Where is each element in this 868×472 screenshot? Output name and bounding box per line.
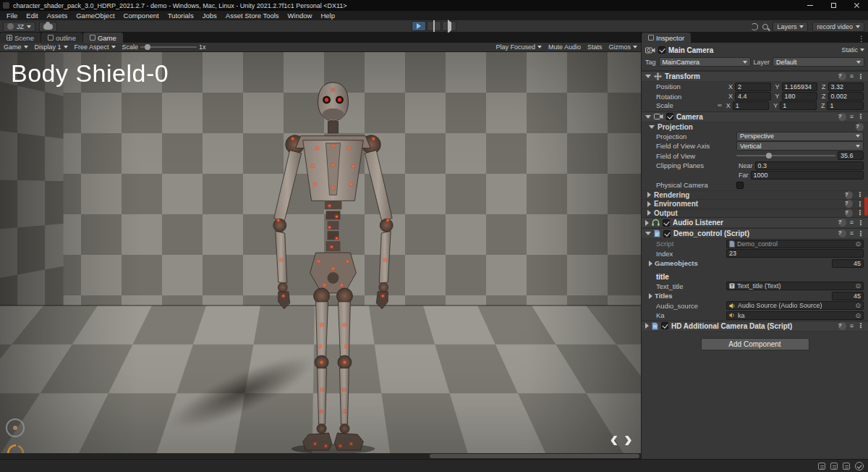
rendering-foldout[interactable]: Rendering <box>642 190 868 200</box>
record-video-dropdown[interactable]: record video <box>812 22 864 32</box>
gameobject-name[interactable]: Main Camera <box>668 46 713 54</box>
fov-slider[interactable] <box>736 155 835 156</box>
component-menu-icon[interactable] <box>857 73 864 80</box>
demo-control-header[interactable]: Demo_control (Script) <box>642 228 868 239</box>
search-icon[interactable] <box>762 24 768 30</box>
tab-scene[interactable]: Scene <box>0 33 41 43</box>
gameobjects-row[interactable]: Gameobjects 45 <box>642 258 868 269</box>
link-scale-icon[interactable] <box>718 102 722 109</box>
help-icon[interactable] <box>838 229 846 237</box>
help-icon[interactable] <box>845 209 853 217</box>
position-x-field[interactable]: 2 <box>735 83 770 91</box>
help-icon[interactable] <box>838 219 846 227</box>
check-circle-icon[interactable] <box>855 462 864 471</box>
packages-icon[interactable] <box>830 463 838 470</box>
preset-icon[interactable] <box>850 230 854 237</box>
previous-character-button[interactable]: ‹ <box>610 429 618 447</box>
titles-size-field[interactable]: 45 <box>832 292 864 300</box>
object-picker-icon[interactable] <box>855 302 861 309</box>
component-menu-icon[interactable] <box>857 113 864 120</box>
ka-object-field[interactable]: ka <box>726 311 864 320</box>
transform-header[interactable]: Transform <box>642 71 868 82</box>
menu-tutorials[interactable]: Tutorials <box>163 11 198 20</box>
game-view-hscrollbar[interactable] <box>0 453 641 459</box>
gameobjects-size-field[interactable]: 45 <box>832 259 864 268</box>
help-icon[interactable] <box>838 113 846 121</box>
tab-outline[interactable]: outline <box>41 33 82 43</box>
layers-dropdown[interactable]: Layers <box>773 22 808 32</box>
cloud-services-button[interactable] <box>39 22 57 32</box>
audio-listener-header[interactable]: Audio Listener <box>642 217 868 228</box>
help-icon[interactable] <box>838 322 846 330</box>
section-menu-icon[interactable] <box>856 201 864 208</box>
game-view[interactable]: Body Shield-0 ‹ › <box>0 52 641 453</box>
position-y-field[interactable]: 1.165934 <box>782 83 817 91</box>
gameobject-enabled-checkbox[interactable] <box>658 46 665 54</box>
menu-window[interactable]: Window <box>284 11 317 20</box>
aspect-dropdown[interactable]: Free Aspect <box>75 43 116 52</box>
position-z-field[interactable]: 3.32 <box>828 83 864 91</box>
rotation-x-field[interactable]: 4.4 <box>735 92 770 101</box>
fov-value-field[interactable]: 35.6 <box>838 151 864 160</box>
static-dropdown[interactable]: Static <box>841 46 864 54</box>
gizmos-dropdown[interactable]: Gizmos <box>608 43 637 52</box>
scale-slider-thumb[interactable] <box>145 44 150 50</box>
fov-slider-thumb[interactable] <box>766 153 772 159</box>
component-menu-icon[interactable] <box>857 230 864 237</box>
scale-slider[interactable] <box>140 46 197 48</box>
menu-gameobject[interactable]: GameObject <box>72 11 119 20</box>
menu-assets[interactable]: Assets <box>43 11 72 20</box>
pause-button[interactable] <box>427 21 441 31</box>
far-field[interactable]: 1000 <box>751 171 864 180</box>
rotate-gizmo-icon[interactable] <box>6 442 26 453</box>
scale-z-field[interactable]: 1 <box>827 101 864 110</box>
projection-dropdown[interactable]: Perspective <box>736 132 864 141</box>
mute-audio-toggle[interactable]: Mute Audio <box>548 43 581 52</box>
foldout-open-icon[interactable] <box>645 75 651 78</box>
audio-listener-enabled-checkbox[interactable] <box>663 219 670 227</box>
play-focused-dropdown[interactable]: Play Focused <box>495 43 542 52</box>
help-icon[interactable] <box>845 200 853 208</box>
menu-file[interactable]: File <box>2 11 22 20</box>
environment-foldout[interactable]: Environment <box>642 199 868 208</box>
titles-row[interactable]: Titles 45 <box>642 291 868 301</box>
layer-dropdown[interactable]: Default <box>773 57 864 67</box>
preset-icon[interactable] <box>850 73 854 80</box>
menu-edit[interactable]: Edit <box>22 11 42 20</box>
menu-jobs[interactable]: Jobs <box>198 11 221 20</box>
help-icon[interactable] <box>838 72 846 80</box>
preset-icon[interactable] <box>850 219 854 226</box>
projection-foldout[interactable]: Projection <box>642 122 868 132</box>
hscrollbar-thumb[interactable] <box>430 454 639 458</box>
rotation-z-field[interactable]: 0.002 <box>828 92 864 101</box>
foldout-open-icon[interactable] <box>645 115 651 119</box>
add-component-button[interactable]: Add Component <box>701 338 809 350</box>
tab-game[interactable]: Game <box>83 33 123 43</box>
menu-help[interactable]: Help <box>316 11 339 20</box>
help-icon[interactable] <box>856 123 864 131</box>
step-button[interactable] <box>442 21 456 31</box>
demo-control-enabled-checkbox[interactable] <box>663 230 671 237</box>
maximize-button[interactable] <box>822 0 845 11</box>
object-picker-icon[interactable] <box>855 240 861 248</box>
preset-icon[interactable] <box>850 114 854 120</box>
hd-camera-data-enabled-checkbox[interactable] <box>661 322 668 329</box>
menu-component[interactable]: Component <box>119 11 163 20</box>
script-object-field[interactable]: Demo_control <box>726 240 864 248</box>
undo-history-icon[interactable] <box>751 23 758 30</box>
object-picker-icon[interactable] <box>855 282 861 290</box>
rotation-y-field[interactable]: 180 <box>782 92 817 101</box>
account-dropdown[interactable]: JZ <box>3 22 35 32</box>
tag-dropdown[interactable]: MainCamera <box>659 57 751 67</box>
section-menu-icon[interactable] <box>856 209 864 216</box>
scale-x-field[interactable]: 1 <box>733 101 770 110</box>
game-mode-dropdown[interactable]: Game <box>4 43 28 52</box>
component-menu-icon[interactable] <box>857 219 864 227</box>
hd-camera-data-header[interactable]: HD Additional Camera Data (Script) <box>642 321 868 332</box>
preset-icon[interactable] <box>850 323 854 329</box>
scale-y-field[interactable]: 1 <box>780 101 817 110</box>
near-field[interactable]: 0.3 <box>755 161 864 170</box>
index-field[interactable]: 23 <box>726 249 864 258</box>
pane-menu-icon[interactable] <box>855 35 868 43</box>
audio-source-object-field[interactable]: Audio Source (Audio Source) <box>726 301 864 310</box>
